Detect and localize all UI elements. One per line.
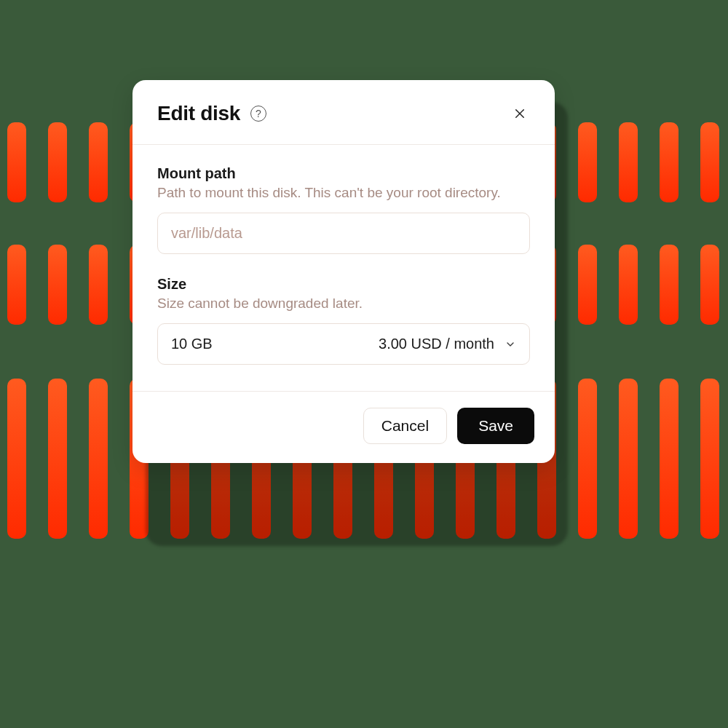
mount-path-field: Mount path Path to mount this disk. This… (157, 165, 530, 254)
modal-footer: Cancel Save (132, 391, 555, 463)
chevron-down-icon (505, 339, 516, 350)
size-help: Size cannot be downgraded later. (157, 296, 530, 312)
modal-title: Edit disk (157, 102, 240, 125)
save-button[interactable]: Save (457, 408, 534, 444)
mount-path-label: Mount path (157, 165, 530, 182)
size-field: Size Size cannot be downgraded later. 10… (157, 276, 530, 365)
cancel-button[interactable]: Cancel (363, 408, 447, 444)
mount-path-input[interactable] (157, 213, 530, 254)
help-icon[interactable]: ? (250, 106, 266, 122)
close-button[interactable] (510, 103, 530, 124)
size-price: 3.00 USD / month (379, 336, 494, 352)
edit-disk-modal: Edit disk ? Mount path Path to mount thi… (132, 80, 555, 463)
size-select[interactable]: 10 GB 3.00 USD / month (157, 323, 530, 365)
size-label: Size (157, 276, 530, 293)
close-icon (513, 107, 526, 120)
mount-path-help: Path to mount this disk. This can't be y… (157, 185, 530, 201)
modal-body: Mount path Path to mount this disk. This… (132, 145, 555, 391)
size-value: 10 GB (171, 336, 213, 352)
modal-header: Edit disk ? (132, 80, 555, 144)
